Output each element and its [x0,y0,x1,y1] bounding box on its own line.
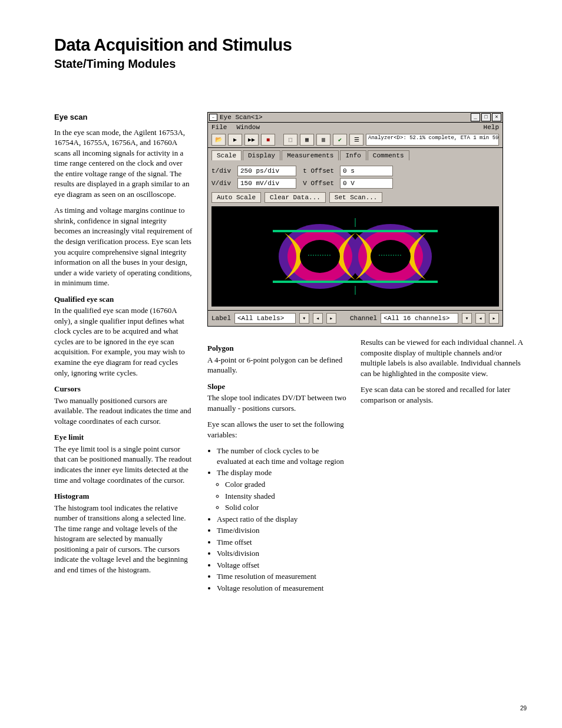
tab-display[interactable]: Display [243,150,280,160]
paragraph: In the qualified eye scan mode (16760A o… [54,305,193,378]
paragraph: In the eye scan mode, the Agilent 16753A… [54,127,193,200]
titlebar: – Eye Scan<1> _ □ × [207,112,503,123]
eye-diagram-icon [261,212,449,301]
svg-rect-8 [273,281,438,283]
paragraph: Eye scan allows the user to set the foll… [207,419,346,440]
tab-scale[interactable]: Scale [211,150,242,160]
list-item: The display mode Color graded Intensity … [217,467,346,512]
clear-data-button[interactable]: Clear Data... [265,192,326,203]
tool-icon[interactable]: ⬚ [283,134,297,146]
minimize-button[interactable]: _ [471,113,480,121]
list-item: Time/division [217,525,346,536]
channel-label: Channel [350,315,377,322]
heading-qualified-eye-scan: Qualified eye scan [54,294,193,305]
channel-select[interactable]: <All 16 channels> [381,313,458,324]
vdiv-input[interactable]: 150 mV/div [237,178,296,189]
scale-panel: t/div 250 ps/div t Offset 0 s V/div 150 … [207,160,503,311]
list-item-label: The display mode [217,468,272,477]
run-icon[interactable]: ▶ [228,134,242,146]
eye-scan-window: – Eye Scan<1> _ □ × File Window Help 📂 ▶… [207,112,503,327]
vdiv-label: V/div [211,180,234,187]
paragraph: The slope tool indicates DV/DT between t… [207,393,346,413]
window-title: Eye Scan<1> [217,114,470,121]
heading-eye-scan: Eye scan [54,112,193,123]
list-item: Voltage resolution of measurement [217,583,346,594]
svg-point-6 [371,240,411,273]
toffset-input[interactable]: 0 s [340,166,393,176]
menu-file[interactable]: File [211,124,227,131]
tool-icon[interactable]: ▦ [300,134,314,146]
label-select[interactable]: <All Labels> [234,313,296,324]
page-title: Data Acquisition and Stimulus [54,35,527,55]
next-icon[interactable]: ▸ [326,313,336,324]
set-scan-button[interactable]: Set Scan... [329,192,383,203]
toffset-label: t Offset [300,167,336,174]
status-text: Analyzer<D>: 52.1% complete, ETA 1 min 5… [366,134,499,146]
page: Data Acquisition and Stimulus State/Timi… [0,0,562,728]
check-icon[interactable]: ✔ [333,134,347,146]
variables-list: The number of clock cycles to be evaluat… [207,446,346,593]
lower-columns: Polygon A 4-point or 6-point polygon can… [207,337,527,599]
label-label: Label [211,315,231,322]
menubar: File Window Help [207,123,503,132]
column-left: Eye scan In the eye scan mode, the Agile… [54,112,193,599]
system-menu-icon[interactable]: – [209,114,217,121]
page-number: 29 [520,705,527,711]
dropdown-icon[interactable]: ▾ [299,313,309,324]
paragraph: Two manually positioned cursors are avai… [54,396,193,427]
columns: Eye scan In the eye scan mode, the Agile… [54,112,527,599]
svg-rect-7 [273,230,438,232]
column-right-wrap: – Eye Scan<1> _ □ × File Window Help 📂 ▶… [207,112,527,599]
paragraph: A 4-point or 6-point polygon can be defi… [207,355,346,375]
list-item: Time offset [217,537,346,548]
list-item: The number of clock cycles to be evaluat… [217,446,346,466]
tab-measurements[interactable]: Measurements [282,150,339,160]
column-right: Results can be viewed for each individua… [361,337,527,599]
stop-icon[interactable]: ■ [261,134,275,146]
paragraph: The eye limit tool is a single point cur… [54,444,193,485]
list-item: Intensity shaded [225,491,346,502]
svg-point-5 [300,240,340,273]
heading-eye-limit: Eye limit [54,432,193,443]
voffset-input[interactable]: 0 V [340,178,393,189]
paragraph: Results can be viewed for each individua… [361,337,527,378]
run-repetitive-icon[interactable]: ▶▶ [244,134,259,146]
tab-comments[interactable]: Comments [368,150,409,160]
menu-window[interactable]: Window [236,124,260,131]
heading-slope: Slope [207,381,346,392]
heading-polygon: Polygon [207,343,346,354]
list-item: Voltage offset [217,560,346,571]
list-item: Solid color [225,502,346,513]
auto-scale-button[interactable]: Auto Scale [211,192,261,203]
close-button[interactable]: × [492,113,501,121]
heading-cursors: Cursors [54,384,193,394]
list-item: Color graded [225,479,346,490]
prev-icon[interactable]: ◂ [313,313,323,324]
tdiv-label: t/div [211,167,234,174]
page-subtitle: State/Timing Modules [54,57,527,71]
list-item: Volts/division [217,548,346,559]
maximize-button[interactable]: □ [481,113,491,121]
next-icon[interactable]: ▸ [489,313,499,324]
settings-icon[interactable]: ☰ [349,134,363,146]
paragraph: Eye scan data can be stored and recalled… [361,384,527,405]
tab-info[interactable]: Info [340,150,366,160]
paragraph: As timing and voltage margins continue t… [54,205,193,288]
tool-icon[interactable]: ▥ [316,134,330,146]
tdiv-input[interactable]: 250 ps/div [237,166,296,176]
open-icon[interactable]: 📂 [211,134,226,146]
voffset-label: V Offset [300,180,336,187]
dropdown-icon[interactable]: ▾ [462,313,472,324]
column-middle: Polygon A 4-point or 6-point polygon can… [207,337,346,599]
tab-row: Scale Display Measurements Info Comments [207,148,503,160]
eye-diagram-plot [211,206,499,307]
menu-help[interactable]: Help [484,124,499,131]
paragraph: The histogram tool indicates the relativ… [54,503,193,575]
list-item: Aspect ratio of the display [217,514,346,525]
prev-icon[interactable]: ◂ [475,313,485,324]
heading-histogram: Histogram [54,491,193,502]
toolbar: 📂 ▶ ▶▶ ■ ⬚ ▦ ▥ ✔ ☰ Analyzer<D>: 52.1% co… [207,132,503,148]
bottom-bar: Label <All Labels> ▾ ◂ ▸ Channel <All 16… [207,311,503,327]
list-item: Time resolution of measurement [217,571,346,582]
